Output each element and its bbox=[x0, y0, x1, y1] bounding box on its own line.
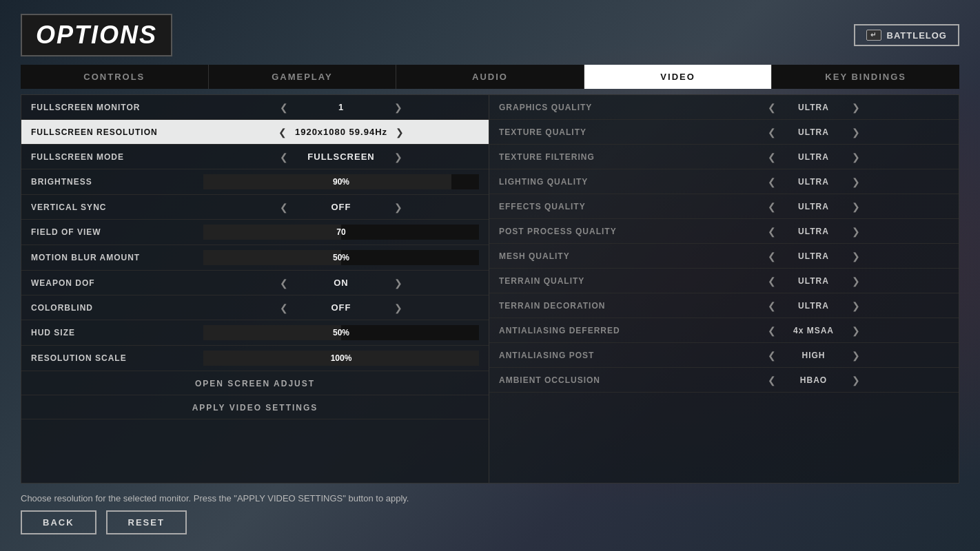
arrow-right-colorblind[interactable]: ❯ bbox=[391, 302, 405, 313]
left-panel: FULLSCREEN MONITOR ❮ 1 ❯ FULLSCREEN RESO… bbox=[21, 94, 489, 484]
control-antialiasing-deferred: ❮ 4x MSAA ❯ bbox=[678, 325, 949, 336]
control-ambient-occlusion: ❮ HBAO ❯ bbox=[678, 375, 949, 386]
arrow-left-texture-quality[interactable]: ❮ bbox=[765, 127, 779, 138]
value-weapon-dof: ON bbox=[296, 278, 386, 288]
arrow-right-fullscreen-mode[interactable]: ❯ bbox=[391, 152, 405, 163]
arrow-left-effects-quality[interactable]: ❮ bbox=[765, 201, 779, 212]
label-apply-video-settings: APPLY VIDEO SETTINGS bbox=[192, 403, 318, 413]
setting-fullscreen-resolution[interactable]: FULLSCREEN RESOLUTION ❮ 1920x1080 59.94H… bbox=[21, 120, 489, 145]
content-area: FULLSCREEN MONITOR ❮ 1 ❯ FULLSCREEN RESO… bbox=[21, 94, 959, 484]
arrow-right-terrain-quality[interactable]: ❯ bbox=[849, 276, 863, 287]
arrow-left-terrain-decoration[interactable]: ❮ bbox=[765, 300, 779, 311]
label-terrain-decoration: TERRAIN DECORATION bbox=[499, 301, 678, 311]
value-fullscreen-monitor: 1 bbox=[296, 102, 386, 112]
arrow-right-fullscreen-monitor[interactable]: ❯ bbox=[391, 102, 405, 113]
control-terrain-decoration: ❮ ULTRA ❯ bbox=[678, 300, 949, 311]
arrow-left-texture-filtering[interactable]: ❮ bbox=[765, 152, 779, 163]
value-antialiasing-deferred: 4x MSAA bbox=[783, 326, 845, 335]
bar-hud-size[interactable]: 50% bbox=[203, 325, 479, 340]
title-box: OPTIONS bbox=[21, 14, 172, 56]
arrow-right-antialiasing-post[interactable]: ❯ bbox=[849, 350, 863, 361]
arrow-right-vertical-sync[interactable]: ❯ bbox=[391, 202, 405, 213]
setting-terrain-quality: TERRAIN QUALITY ❮ ULTRA ❯ bbox=[489, 269, 959, 293]
value-vertical-sync: OFF bbox=[296, 202, 386, 212]
setting-texture-quality: TEXTURE QUALITY ❮ ULTRA ❯ bbox=[489, 120, 959, 145]
keyboard-icon: ↵ bbox=[866, 30, 881, 41]
control-mesh-quality: ❮ ULTRA ❯ bbox=[678, 251, 949, 262]
label-terrain-quality: TERRAIN QUALITY bbox=[499, 276, 678, 286]
arrow-right-mesh-quality[interactable]: ❯ bbox=[849, 251, 863, 262]
control-vertical-sync: ❮ OFF ❯ bbox=[203, 202, 479, 213]
arrow-left-antialiasing-deferred[interactable]: ❮ bbox=[765, 325, 779, 336]
arrow-left-fullscreen-monitor[interactable]: ❮ bbox=[277, 102, 291, 113]
setting-vertical-sync: VERTICAL SYNC ❮ OFF ❯ bbox=[21, 195, 489, 220]
label-mesh-quality: MESH QUALITY bbox=[499, 251, 678, 261]
arrow-left-vertical-sync[interactable]: ❮ bbox=[277, 202, 291, 213]
arrow-right-terrain-decoration[interactable]: ❯ bbox=[849, 300, 863, 311]
arrow-left-post-process-quality[interactable]: ❮ bbox=[765, 226, 779, 237]
arrow-left-weapon-dof[interactable]: ❮ bbox=[277, 278, 291, 289]
control-fullscreen-resolution: ❮ 1920x1080 59.94Hz ❯ bbox=[203, 127, 479, 138]
label-fullscreen-monitor: FULLSCREEN MONITOR bbox=[31, 103, 203, 112]
label-graphics-quality: GRAPHICS QUALITY bbox=[499, 103, 678, 112]
label-open-screen-adjust: OPEN SCREEN ADJUST bbox=[195, 379, 315, 388]
label-fullscreen-resolution: FULLSCREEN RESOLUTION bbox=[31, 127, 203, 137]
tab-controls[interactable]: CONTROLS bbox=[21, 65, 209, 89]
arrow-right-effects-quality[interactable]: ❯ bbox=[849, 201, 863, 212]
setting-texture-filtering: TEXTURE FILTERING ❮ ULTRA ❯ bbox=[489, 145, 959, 169]
bar-motion-blur[interactable]: 50% bbox=[203, 250, 479, 265]
arrow-right-fullscreen-resolution[interactable]: ❯ bbox=[393, 127, 407, 138]
value-terrain-quality: ULTRA bbox=[783, 276, 845, 286]
reset-button[interactable]: RESET bbox=[106, 510, 187, 534]
arrow-left-colorblind[interactable]: ❮ bbox=[277, 302, 291, 313]
control-brightness: 90% bbox=[203, 174, 479, 189]
bar-brightness[interactable]: 90% bbox=[203, 174, 479, 189]
arrow-left-antialiasing-post[interactable]: ❮ bbox=[765, 350, 779, 361]
label-antialiasing-post: ANTIALIASING POST bbox=[499, 351, 678, 360]
action-open-screen-adjust[interactable]: OPEN SCREEN ADJUST bbox=[21, 371, 489, 395]
value-lighting-quality: ULTRA bbox=[783, 177, 845, 187]
arrow-right-weapon-dof[interactable]: ❯ bbox=[391, 278, 405, 289]
bar-resolution-scale[interactable]: 100% bbox=[203, 351, 479, 366]
action-apply-video-settings[interactable]: APPLY VIDEO SETTINGS bbox=[21, 395, 489, 419]
arrow-left-terrain-quality[interactable]: ❮ bbox=[765, 276, 779, 287]
arrow-right-post-process-quality[interactable]: ❯ bbox=[849, 226, 863, 237]
right-panel: GRAPHICS QUALITY ❮ ULTRA ❯ TEXTURE QUALI… bbox=[489, 94, 959, 484]
arrow-right-graphics-quality[interactable]: ❯ bbox=[849, 102, 863, 113]
control-texture-filtering: ❮ ULTRA ❯ bbox=[678, 152, 949, 163]
label-brightness: BRIGHTNESS bbox=[31, 177, 203, 187]
arrow-right-texture-filtering[interactable]: ❯ bbox=[849, 152, 863, 163]
arrow-right-texture-quality[interactable]: ❯ bbox=[849, 127, 863, 138]
tab-gameplay[interactable]: GAMEPLAY bbox=[209, 65, 397, 89]
value-hud-size: 50% bbox=[203, 328, 479, 337]
arrow-left-ambient-occlusion[interactable]: ❮ bbox=[765, 375, 779, 386]
label-antialiasing-deferred: ANTIALIASING DEFERRED bbox=[499, 326, 678, 335]
setting-antialiasing-deferred: ANTIALIASING DEFERRED ❮ 4x MSAA ❯ bbox=[489, 318, 959, 343]
control-antialiasing-post: ❮ HIGH ❯ bbox=[678, 350, 949, 361]
bar-field-of-view[interactable]: 70 bbox=[203, 225, 479, 240]
arrow-right-ambient-occlusion[interactable]: ❯ bbox=[849, 375, 863, 386]
tab-key-bindings[interactable]: KEY BINDINGS bbox=[772, 65, 959, 89]
arrow-left-graphics-quality[interactable]: ❮ bbox=[765, 102, 779, 113]
setting-ambient-occlusion: AMBIENT OCCLUSION ❮ HBAO ❯ bbox=[489, 368, 959, 393]
control-post-process-quality: ❮ ULTRA ❯ bbox=[678, 226, 949, 237]
back-button[interactable]: BACK bbox=[21, 510, 96, 534]
value-fullscreen-mode: FULLSCREEN bbox=[296, 152, 386, 162]
label-texture-filtering: TEXTURE FILTERING bbox=[499, 152, 678, 162]
label-motion-blur: MOTION BLUR AMOUNT bbox=[31, 253, 203, 262]
value-mesh-quality: ULTRA bbox=[783, 251, 845, 261]
arrow-left-lighting-quality[interactable]: ❮ bbox=[765, 176, 779, 187]
setting-terrain-decoration: TERRAIN DECORATION ❮ ULTRA ❯ bbox=[489, 293, 959, 318]
value-post-process-quality: ULTRA bbox=[783, 227, 845, 236]
tab-audio[interactable]: AUDIO bbox=[396, 65, 584, 89]
arrow-right-antialiasing-deferred[interactable]: ❯ bbox=[849, 325, 863, 336]
arrow-left-fullscreen-mode[interactable]: ❮ bbox=[277, 152, 291, 163]
control-texture-quality: ❮ ULTRA ❯ bbox=[678, 127, 949, 138]
control-colorblind: ❮ OFF ❯ bbox=[203, 302, 479, 313]
arrow-left-fullscreen-resolution[interactable]: ❮ bbox=[276, 127, 289, 138]
arrow-right-lighting-quality[interactable]: ❯ bbox=[849, 176, 863, 187]
label-hud-size: HUD SIZE bbox=[31, 328, 203, 337]
tab-video[interactable]: VIDEO bbox=[584, 65, 773, 89]
arrow-left-mesh-quality[interactable]: ❮ bbox=[765, 251, 779, 262]
battlelog-button[interactable]: ↵ BATTLELOG bbox=[854, 24, 959, 46]
